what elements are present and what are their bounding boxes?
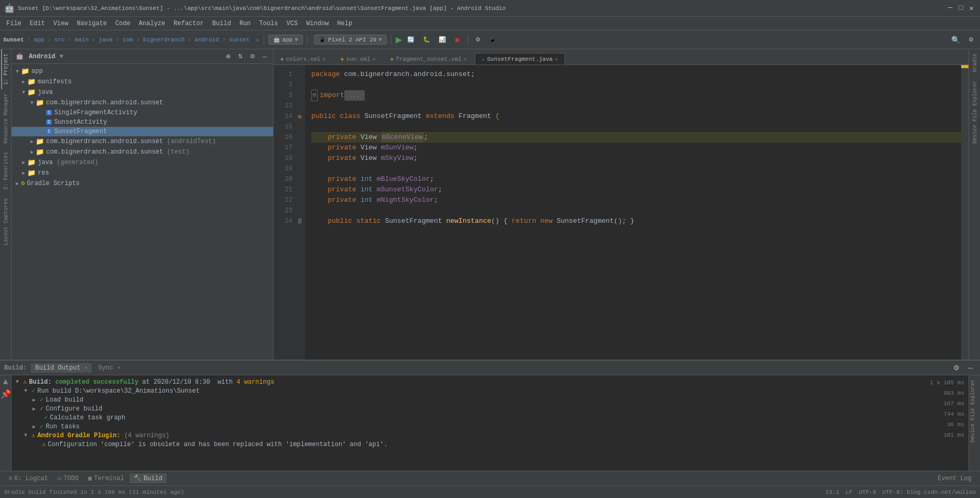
vbt-terminal[interactable]: ▣ Terminal [84, 473, 128, 483]
menu-code[interactable]: Code [111, 19, 135, 28]
vbt-build[interactable]: 🔨 Build [129, 473, 167, 483]
tab-fragment-sunset-xml[interactable]: ◈ fragment_sunset.xml ✕ [384, 53, 474, 64]
tree-item-sf[interactable]: ▶ C SunsetFragment [12, 127, 273, 136]
toolbar-arrow-icon[interactable]: ⬦ [255, 36, 259, 44]
tree-arrow-test: ▶ [28, 149, 36, 155]
run-config-dropdown[interactable]: ▼ [295, 37, 298, 43]
sync-button[interactable]: 🔄 [404, 35, 418, 44]
tree-item-sa[interactable]: ▶ C SunsetActivity [12, 117, 273, 127]
class-icon-sf: C [46, 129, 52, 134]
device-explorer-icon[interactable]: Device File Explorer [969, 375, 977, 447]
menu-run[interactable]: Run [235, 19, 255, 28]
menu-build[interactable]: Build [208, 19, 235, 28]
tree-item-res[interactable]: ▶ 📁 res [12, 168, 273, 178]
menu-refactor[interactable]: Refactor [169, 19, 208, 28]
breadcrumb-app[interactable]: app [34, 37, 45, 43]
sdk-manager-button[interactable]: ⚙ [472, 35, 484, 44]
build-arrow-4[interactable]: ▶ [32, 406, 40, 412]
vtab-gradle[interactable]: Gradle [970, 49, 979, 77]
panel-dropdown-icon[interactable]: ▼ [59, 53, 63, 60]
breadcrumb-com[interactable]: com [123, 37, 133, 43]
panel-gear-btn[interactable]: ⚙ [248, 53, 257, 60]
build-tab-output-close[interactable]: ✕ [85, 365, 88, 371]
tab-close-sun[interactable]: ✕ [373, 56, 376, 62]
build-arrow-3[interactable]: ▶ [32, 397, 40, 403]
menu-vcs[interactable]: VCS [282, 19, 302, 28]
breadcrumb-sunset[interactable]: sunset [229, 37, 250, 43]
build-arrow-2[interactable]: ▼ [24, 388, 31, 394]
menu-window[interactable]: Window [302, 19, 333, 28]
tab-close-fragment[interactable]: ✕ [464, 56, 467, 62]
avd-manager-button[interactable]: 📱 [486, 35, 499, 44]
tab-colors-xml[interactable]: ◈ colors.xml ✕ [274, 53, 333, 64]
breadcrumb-bignerdranch[interactable]: bignerdranch [143, 37, 184, 43]
menu-file[interactable]: File [2, 19, 26, 28]
vbt-todo[interactable]: ☑ TODO [53, 473, 83, 483]
vtab-project[interactable]: 1: Project [1, 49, 10, 89]
tab-sunset-fragment-java[interactable]: ☕ SunsetFragment.java ✕ [475, 53, 565, 64]
settings-toolbar-button[interactable]: ⚙ [965, 35, 977, 44]
breadcrumb-main[interactable]: main [75, 37, 89, 43]
build-tab-output[interactable]: Build Output ✕ [31, 363, 92, 373]
device-selector[interactable]: 📱 Pixel 2 API 29 ▼ [314, 35, 387, 45]
pin-icon[interactable]: 📌 [1, 389, 11, 399]
panel-settings-btn[interactable]: ⇅ [236, 53, 245, 60]
vtab-favorites[interactable]: 2: Favorites [1, 148, 10, 194]
vbt-logcat[interactable]: ≡ 6: Logcat [4, 474, 52, 483]
panel-minimize-btn[interactable]: ─ [260, 53, 269, 60]
menu-analyze[interactable]: Analyze [135, 19, 169, 28]
vtab-resource-manager[interactable]: Resource Manager [1, 89, 10, 148]
build-tab-sync-label: Sync [98, 364, 113, 372]
build-tab-sync[interactable]: Sync ✕ [94, 363, 124, 373]
tree-item-app[interactable]: ▼ 📁 app [12, 66, 273, 77]
tree-item-sfa[interactable]: ▶ C SingleFragmentActivity [12, 108, 273, 117]
vtab-device-file-explorer[interactable]: Device File Explorer [970, 77, 979, 148]
minimize-btn[interactable]: ─ [948, 4, 952, 13]
tab-close-java[interactable]: ✕ [555, 56, 558, 62]
tree-item-java[interactable]: ▼ 📁 java [12, 87, 273, 98]
build-up-icon[interactable]: ▲ [3, 377, 8, 387]
build-tab-sync-close[interactable]: ✕ [117, 365, 120, 371]
build-arrow-7[interactable]: ▼ [24, 432, 31, 438]
tree-item-pkg-main[interactable]: ▼ 📁 com.bignerdranch.android.sunset [12, 98, 273, 108]
folder-icon-java: 📁 [27, 88, 36, 96]
tree-item-manifests[interactable]: ▶ 📁 manifests [12, 77, 273, 87]
import-fold[interactable]: ... [344, 90, 365, 101]
vbt-event-log[interactable]: Event Log [933, 474, 976, 483]
debug-button[interactable]: 🐛 [420, 35, 433, 44]
tree-arrow-java-gen: ▶ [20, 159, 27, 166]
close-btn[interactable]: ✕ [970, 4, 974, 13]
code-content[interactable]: package com.bignerdranch.android.sunset;… [305, 65, 961, 360]
build-arrow-6[interactable]: ▶ [32, 424, 40, 430]
tab-close-colors[interactable]: ✕ [323, 56, 326, 62]
breadcrumb-java[interactable]: java [99, 37, 112, 43]
fold-icon-import[interactable]: ⊞ [311, 90, 318, 101]
maximize-btn[interactable]: □ [959, 4, 963, 13]
menu-navigate[interactable]: Navigate [72, 19, 111, 28]
build-tab-label2: Build [144, 475, 162, 482]
stop-button[interactable]: ⏹ [451, 36, 463, 44]
vtab-layout-captures[interactable]: Layout Captures [1, 194, 10, 250]
run-button[interactable]: ▶ [396, 35, 402, 45]
search-button[interactable]: 🔍 [948, 35, 963, 45]
breadcrumb-android[interactable]: android [195, 37, 219, 43]
build-panel-settings-btn[interactable]: ⚙ [950, 363, 963, 373]
run-config-selector[interactable]: 🤖 app ▼ [268, 35, 303, 45]
tree-item-java-gen[interactable]: ▶ 📁 java (generated) [12, 157, 273, 168]
device-dropdown[interactable]: ▼ [378, 37, 382, 43]
menu-edit[interactable]: Edit [26, 19, 49, 28]
tree-item-android-test[interactable]: ▶ 📁 com.bignerdranch.android.sunset (and… [12, 136, 273, 147]
tab-sun-xml[interactable]: ◈ sun.xml ✕ [334, 53, 383, 64]
menu-view[interactable]: View [49, 19, 73, 28]
build-panel-minimize-btn[interactable]: ─ [965, 363, 976, 373]
menu-tools[interactable]: Tools [255, 19, 282, 28]
breadcrumb-src[interactable]: src [55, 37, 65, 43]
kw-int-21: int [361, 185, 377, 195]
build-arrow-1[interactable]: ▼ [16, 379, 23, 385]
panel-scope-btn[interactable]: ⊕ [224, 53, 233, 60]
code-line-3: ⊞ import ... [311, 90, 961, 101]
profile-button[interactable]: 📊 [435, 35, 449, 44]
menu-help[interactable]: Help [333, 19, 356, 28]
tree-item-test[interactable]: ▶ 📁 com.bignerdranch.android.sunset (tes… [12, 147, 273, 157]
tree-item-gradle[interactable]: ▶ ⚙ Gradle Scripts [12, 178, 273, 188]
